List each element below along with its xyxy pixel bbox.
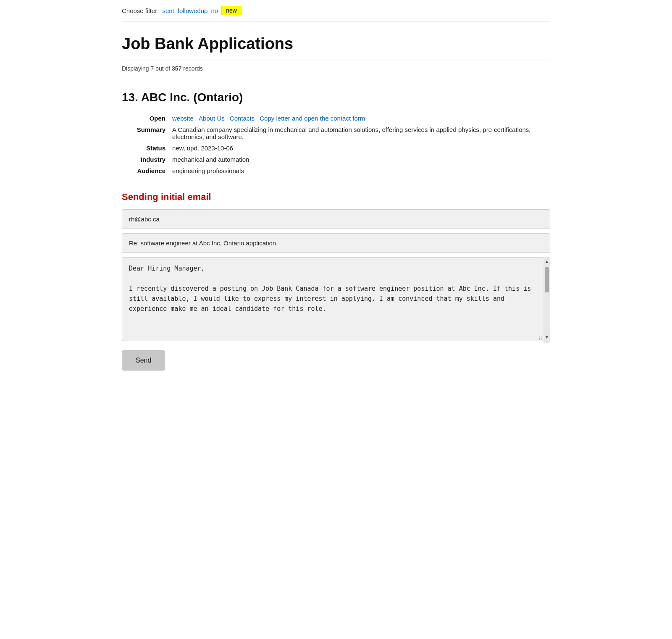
copy-letter-link[interactable]: Copy letter and open the contact form bbox=[260, 115, 365, 122]
industry-label: Industry bbox=[122, 154, 172, 165]
filter-no[interactable]: no bbox=[211, 7, 218, 14]
open-label: Open bbox=[122, 113, 172, 124]
summary-label: Summary bbox=[122, 124, 172, 142]
open-links-container: website · About Us · Contacts · Copy let… bbox=[172, 115, 550, 122]
open-links-cell: website · About Us · Contacts · Copy let… bbox=[172, 113, 550, 124]
company-number: 13 bbox=[122, 91, 135, 104]
contacts-link[interactable]: Contacts bbox=[230, 115, 255, 122]
about-us-link[interactable]: About Us bbox=[199, 115, 225, 122]
filter-new-badge[interactable]: new bbox=[221, 6, 242, 15]
summary-value: A Canadian company specializing in mecha… bbox=[172, 124, 550, 142]
filter-sent[interactable]: sent bbox=[162, 7, 174, 14]
company-name: ABC Inc. (Ontario) bbox=[141, 91, 243, 104]
records-suffix: records bbox=[181, 65, 203, 72]
page-title: Job Bank Applications bbox=[122, 35, 550, 53]
audience-row: Audience engineering professionals bbox=[122, 165, 550, 176]
separator-3: · bbox=[256, 115, 258, 122]
email-section-title: Sending initial email bbox=[122, 192, 550, 202]
industry-row: Industry mechanical and automation bbox=[122, 154, 550, 165]
filter-followedup[interactable]: followedup bbox=[178, 7, 208, 14]
filter-label: Choose filter: bbox=[122, 7, 159, 14]
website-link[interactable]: website bbox=[172, 115, 194, 122]
audience-value: engineering professionals bbox=[172, 165, 550, 176]
separator-1: · bbox=[195, 115, 197, 122]
scroll-down-arrow[interactable]: ▼ bbox=[545, 333, 549, 341]
filter-bar: Choose filter: sent followedup no new bbox=[122, 0, 550, 21]
email-to-input[interactable] bbox=[122, 209, 550, 229]
records-info: Displaying 7 out of 357 records bbox=[122, 60, 550, 77]
email-body-wrapper: ▲ ▼ ⠿ bbox=[122, 257, 550, 343]
industry-value: mechanical and automation bbox=[172, 154, 550, 165]
company-title: 13. ABC Inc. (Ontario) bbox=[122, 91, 550, 104]
status-label: Status bbox=[122, 142, 172, 154]
status-row: Status new, upd. 2023-10-06 bbox=[122, 142, 550, 154]
email-subject-input[interactable] bbox=[122, 233, 550, 253]
summary-row: Summary A Canadian company specializing … bbox=[122, 124, 550, 142]
separator-2: · bbox=[226, 115, 228, 122]
records-count: 357 bbox=[172, 65, 181, 72]
records-prefix: Displaying 7 out of bbox=[122, 65, 172, 72]
open-row: Open website · About Us · Contacts · Cop… bbox=[122, 113, 550, 124]
audience-label: Audience bbox=[122, 165, 172, 176]
email-body-textarea[interactable] bbox=[122, 257, 550, 341]
send-button[interactable]: Send bbox=[122, 350, 165, 371]
status-value: new, upd. 2023-10-06 bbox=[172, 142, 550, 154]
scroll-up-arrow[interactable]: ▲ bbox=[545, 257, 549, 266]
company-details-table: Open website · About Us · Contacts · Cop… bbox=[122, 113, 550, 176]
